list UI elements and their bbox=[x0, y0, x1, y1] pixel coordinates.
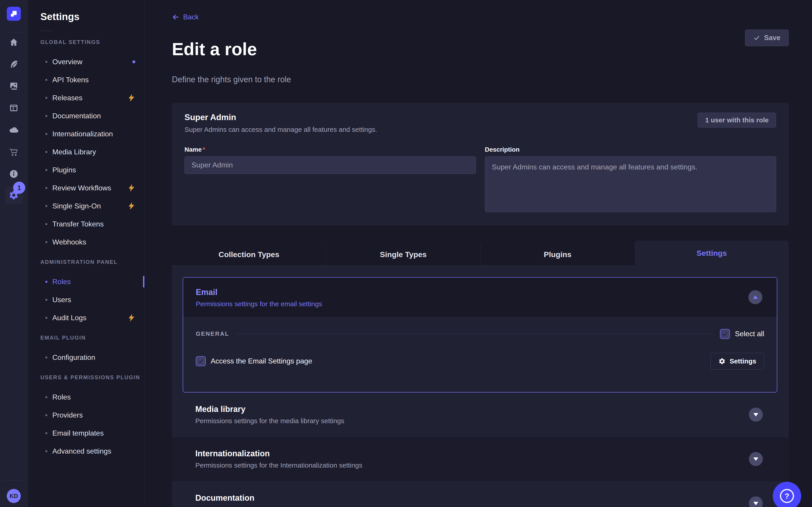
description-label: Description bbox=[485, 146, 520, 153]
bullet-dot bbox=[45, 187, 47, 189]
check-icon bbox=[753, 35, 760, 41]
page-subtitle: Define the rights given to the role bbox=[172, 75, 789, 84]
sidebar-item-advanced-settings[interactable]: Advanced settings bbox=[28, 442, 144, 460]
sidebar-item-up-roles[interactable]: Roles bbox=[28, 388, 144, 406]
bullet-dot bbox=[45, 299, 47, 301]
description-field-group: Description Super Admins can access and … bbox=[485, 146, 776, 213]
page-title: Edit a role bbox=[172, 40, 257, 58]
users-permissions-list: Roles Providers Email templates Advanced… bbox=[28, 388, 144, 460]
select-all-label: Select all bbox=[735, 330, 764, 338]
permission-label: Access the Email Settings page bbox=[211, 357, 312, 365]
expand-button[interactable] bbox=[749, 408, 763, 421]
chevron-down-icon bbox=[753, 413, 758, 416]
general-group-label: GENERAL bbox=[196, 330, 229, 337]
check-icon bbox=[722, 331, 728, 337]
rail-divider bbox=[4, 32, 24, 33]
bullet-dot bbox=[45, 61, 47, 63]
sidebar-item-internationalization[interactable]: Internationalization bbox=[28, 125, 144, 143]
description-textarea[interactable]: Super Admins can access and manage all f… bbox=[485, 156, 776, 212]
select-all-checkbox[interactable] bbox=[720, 329, 730, 339]
select-all-control[interactable]: Select all bbox=[720, 329, 764, 339]
tab-collection-types[interactable]: Collection Types bbox=[172, 244, 326, 266]
section-label-admin-panel: ADMINISTRATION PANEL bbox=[40, 259, 144, 265]
sidebar-item-api-tokens[interactable]: API Tokens bbox=[28, 71, 144, 89]
email-accordion-body: GENERAL Select all bbox=[183, 317, 777, 392]
save-button[interactable]: Save bbox=[745, 30, 789, 46]
sidebar-item-overview[interactable]: Overview bbox=[28, 53, 144, 71]
section-label-email-plugin: EMAIL PLUGIN bbox=[40, 335, 144, 341]
bullet-dot bbox=[45, 115, 47, 117]
email-accordion-expanded: Email Permissions settings for the email… bbox=[183, 277, 777, 393]
strapi-admin: 1 KD Settings GLOBAL SETTINGS Overview A… bbox=[0, 0, 812, 507]
accordion-subtitle: Permissions settings for the documentati… bbox=[195, 506, 789, 507]
feather-icon[interactable] bbox=[8, 59, 19, 70]
accordion-title: Media library bbox=[195, 404, 789, 414]
cloud-icon[interactable] bbox=[8, 124, 19, 135]
users-with-role-button[interactable]: 1 user with this role bbox=[698, 113, 776, 127]
flash-icon bbox=[129, 184, 135, 192]
notifications-badge: 1 bbox=[13, 182, 25, 194]
sidebar-item-webhooks[interactable]: Webhooks bbox=[28, 233, 144, 251]
bullet-dot bbox=[45, 241, 47, 243]
sidebar-item-transfer-tokens[interactable]: Transfer Tokens bbox=[28, 215, 144, 233]
permission-checkbox[interactable] bbox=[196, 356, 206, 366]
bullet-dot bbox=[45, 79, 47, 81]
bullet-dot bbox=[45, 432, 47, 434]
bullet-dot bbox=[45, 414, 47, 416]
permissions-tabbar: Collection Types Single Types Plugins Se… bbox=[172, 241, 789, 266]
bullet-dot bbox=[45, 133, 47, 135]
home-icon[interactable] bbox=[8, 37, 19, 48]
bullet-dot bbox=[45, 281, 47, 283]
bullet-dot bbox=[45, 223, 47, 225]
chevron-down-icon bbox=[753, 502, 758, 505]
documentation-accordion[interactable]: Documentation Permissions settings for t… bbox=[172, 481, 789, 507]
back-link[interactable]: Back bbox=[172, 13, 199, 21]
flash-icon bbox=[129, 94, 135, 102]
sidebar-item-media-library[interactable]: Media Library bbox=[28, 143, 144, 161]
sidebar-item-releases[interactable]: Releases bbox=[28, 89, 144, 107]
bullet-dot bbox=[45, 205, 47, 207]
flash-icon bbox=[129, 202, 135, 210]
sidebar-item-documentation[interactable]: Documentation bbox=[28, 107, 144, 125]
group-divider bbox=[236, 334, 713, 334]
email-accordion-header[interactable]: Email Permissions settings for the email… bbox=[183, 278, 777, 317]
required-asterisk: * bbox=[203, 146, 205, 153]
marketplace-cart-icon[interactable] bbox=[8, 147, 19, 158]
tab-settings[interactable]: Settings bbox=[635, 241, 789, 266]
bullet-dot bbox=[45, 317, 47, 319]
sidebar-item-configuration[interactable]: Configuration bbox=[28, 348, 144, 367]
sidebar-item-single-sign-on[interactable]: Single Sign-On bbox=[28, 197, 144, 215]
email-settings-permission[interactable]: Access the Email Settings page bbox=[196, 356, 312, 366]
sidebar-item-users[interactable]: Users bbox=[28, 291, 144, 309]
sidebar-item-review-workflows[interactable]: Review Workflows bbox=[28, 179, 144, 197]
role-name-heading: Super Admin bbox=[185, 113, 377, 122]
bullet-dot bbox=[45, 396, 47, 398]
global-settings-list: Overview API Tokens Releases Documentati… bbox=[28, 53, 144, 251]
tab-plugins[interactable]: Plugins bbox=[481, 244, 635, 266]
accordion-title: Documentation bbox=[195, 493, 789, 503]
sidebar-item-email-templates[interactable]: Email templates bbox=[28, 424, 144, 442]
layout-icon[interactable] bbox=[8, 103, 19, 113]
media-library-icon[interactable] bbox=[8, 81, 19, 92]
chevron-up-icon bbox=[753, 295, 758, 299]
sidebar-item-providers[interactable]: Providers bbox=[28, 406, 144, 424]
email-plugin-list: Configuration bbox=[28, 348, 144, 367]
collapse-button[interactable] bbox=[748, 290, 762, 304]
user-avatar[interactable]: KD bbox=[7, 489, 21, 503]
admin-panel-list: Roles Users Audit Logs bbox=[28, 273, 144, 327]
arrow-left-icon bbox=[172, 13, 180, 21]
media-library-accordion[interactable]: Media library Permissions settings for t… bbox=[172, 393, 789, 437]
bullet-dot bbox=[45, 450, 47, 452]
accordion-subtitle: Permissions settings for the media libra… bbox=[195, 417, 789, 425]
internationalization-accordion[interactable]: Internationalization Permissions setting… bbox=[172, 437, 789, 481]
email-settings-button[interactable]: Settings bbox=[711, 353, 764, 370]
sidebar-item-audit-logs[interactable]: Audit Logs bbox=[28, 309, 144, 327]
name-input[interactable] bbox=[185, 156, 476, 174]
info-icon[interactable] bbox=[8, 169, 19, 179]
question-mark-icon: ? bbox=[780, 489, 794, 503]
strapi-logo[interactable] bbox=[7, 7, 21, 21]
sidebar-item-roles-active[interactable]: Roles bbox=[28, 273, 144, 291]
sidebar-item-plugins[interactable]: Plugins bbox=[28, 161, 144, 179]
expand-button[interactable] bbox=[749, 452, 763, 466]
tab-single-types[interactable]: Single Types bbox=[326, 244, 480, 266]
